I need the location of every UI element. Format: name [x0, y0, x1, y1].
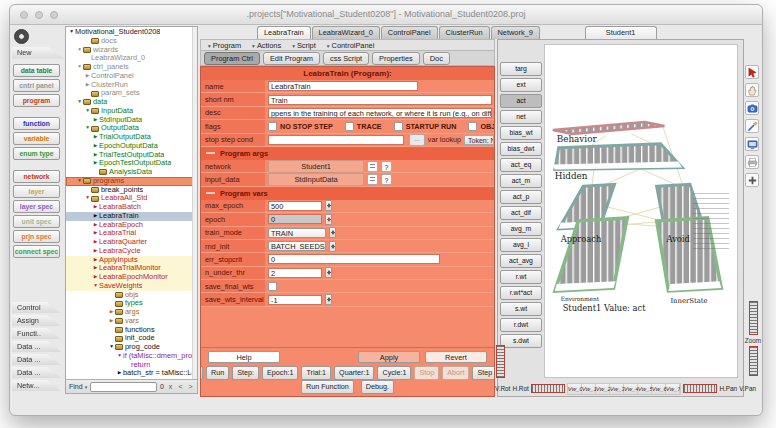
sub-tab[interactable]: Properties — [372, 52, 420, 65]
gear-icon[interactable] — [14, 29, 29, 44]
tree-item[interactable]: ▶ LeabraTrain — [66, 212, 197, 221]
tree-item[interactable]: ▶ LeabraTrialMonitor — [66, 264, 197, 273]
find-next-button[interactable]: > — [187, 383, 194, 390]
sub-tab[interactable]: Edit Program — [263, 52, 320, 65]
panel-tab[interactable]: LeabraWizard_0 — [312, 26, 380, 39]
tree-item[interactable]: LeabraWizard_0 — [66, 54, 197, 63]
menu-item[interactable]: Program — [208, 41, 241, 50]
expand-arrow-icon[interactable]: ▼ — [76, 177, 83, 186]
tree-item[interactable]: ▼ prog_code — [66, 343, 197, 352]
create-button[interactable]: layer spec — [13, 200, 60, 213]
edit-doc-icon[interactable] — [367, 161, 378, 172]
tree-item[interactable]: AnalysisData — [66, 168, 197, 177]
v-rot-wheel[interactable] — [496, 345, 505, 378]
create-button[interactable]: enum type — [13, 147, 60, 160]
variable-button[interactable]: ext — [500, 78, 542, 92]
expand-arrow-icon[interactable]: ▼ — [68, 28, 75, 37]
tree-scrollbar[interactable] — [192, 27, 197, 379]
camera-icon[interactable] — [745, 101, 759, 115]
run-control-button[interactable]: Run — [206, 366, 229, 380]
printer-icon[interactable] — [745, 155, 759, 169]
spinner-icon[interactable] — [329, 227, 336, 238]
spinner-icon[interactable] — [325, 200, 332, 211]
expand-arrow-icon[interactable]: ▶ — [84, 72, 91, 81]
saved-view-button[interactable]: Vw_1 — [582, 384, 596, 394]
tree-item[interactable]: ▶ ClusterRun — [66, 81, 197, 90]
variable-button[interactable]: s.dwt — [500, 334, 542, 348]
find-label[interactable]: Find — [69, 383, 87, 390]
program-vars-header[interactable]: Program vars — [201, 187, 494, 200]
menu-item[interactable]: Actions — [252, 41, 281, 50]
create-button[interactable]: network — [13, 170, 60, 183]
create-button[interactable]: data table — [13, 64, 60, 77]
variable-button[interactable]: act — [500, 94, 542, 108]
var-input[interactable]: 0 — [268, 254, 440, 264]
expand-arrow-icon[interactable]: ▶ — [92, 212, 99, 221]
create-button[interactable]: cntrl panel — [13, 79, 60, 92]
arg-value-button[interactable]: Student1 — [268, 160, 364, 173]
var-input[interactable]: 500 — [268, 201, 322, 211]
tree-item[interactable]: ▶ LeabraBatch — [66, 203, 197, 212]
expand-arrow-icon[interactable]: ▶ — [92, 264, 99, 273]
tree-item[interactable]: ▼ InputData — [66, 107, 197, 116]
run-control-button[interactable]: Init — [200, 366, 203, 380]
tree-item[interactable]: ▼ Motivational_Student0208 — [66, 28, 197, 37]
panel-tab[interactable]: LeabraTrain — [257, 26, 311, 39]
tree-item[interactable]: ▶ batch_str = taMisc::Leadi... — [66, 369, 197, 378]
variable-button[interactable]: bias_dwt — [500, 142, 542, 156]
saved-view-button[interactable]: Vw_3 — [610, 384, 624, 394]
help-question-button[interactable]: ? — [381, 161, 392, 172]
expand-arrow-icon[interactable]: ▶ — [92, 256, 99, 265]
var-checkbox[interactable] — [268, 282, 277, 291]
desc-input[interactable]: ppens in the training of each network, o… — [268, 108, 492, 118]
tree-item[interactable]: ▶ EpochTestOutputData — [66, 159, 197, 168]
tree-item[interactable]: ▶ StdInputData — [66, 116, 197, 125]
variable-button[interactable]: s.wt — [500, 302, 542, 316]
find-prev-button[interactable]: < — [177, 383, 184, 390]
create-button[interactable]: connect spec — [13, 245, 60, 258]
expand-arrow-icon[interactable]: ▼ — [116, 352, 123, 361]
run-control-button[interactable]: Stop — [414, 366, 439, 380]
tree-item[interactable]: ▶ vars — [66, 317, 197, 326]
tree-item[interactable]: init_code — [66, 334, 197, 343]
menu-item[interactable]: ControlPanel — [327, 41, 375, 50]
run-control-button[interactable]: Epoch:1 — [262, 366, 298, 380]
run-function-button[interactable]: Run Function — [301, 380, 354, 394]
add-icon[interactable] — [745, 173, 759, 187]
variable-button[interactable]: r.wt*act — [500, 286, 542, 300]
run-control-button[interactable]: Abort — [442, 366, 469, 380]
browse-button[interactable]: ... — [409, 134, 425, 146]
variable-button[interactable]: avg_l — [500, 238, 542, 252]
run-control-button[interactable]: Quarter:1 — [334, 366, 374, 380]
tree-item[interactable]: ▶ LeabraQuarter — [66, 238, 197, 247]
var-input[interactable]: TRAIN — [268, 228, 326, 238]
expand-arrow-icon[interactable]: ▶ — [92, 142, 99, 151]
run-control-button[interactable]: Step Css — [472, 366, 495, 380]
saved-view-button[interactable]: Vw_0 — [568, 384, 582, 394]
dock-tab[interactable]: Data ... — [12, 341, 61, 353]
debug-button[interactable]: Debug. — [361, 380, 394, 394]
tree-item[interactable]: ▶ ControlPanel — [66, 72, 197, 81]
tree-item[interactable]: types — [66, 299, 197, 308]
menu-item[interactable]: Script — [292, 41, 316, 50]
variable-button[interactable]: net — [500, 110, 542, 124]
var-input[interactable]: 2 — [268, 268, 322, 278]
tree-item[interactable]: ▼ data — [66, 98, 197, 107]
create-button[interactable]: program — [13, 94, 60, 107]
spinner-icon[interactable] — [325, 294, 332, 305]
var-input[interactable]: -1 — [268, 295, 322, 305]
dock-tab[interactable]: Functi.. — [12, 328, 61, 340]
sub-tab[interactable]: Doc — [423, 52, 450, 65]
name-input[interactable]: LeabraTrain — [268, 81, 418, 91]
saved-view-button[interactable]: Vw_7 — [666, 384, 680, 394]
tree-item[interactable]: return — [66, 361, 197, 370]
expand-arrow-icon[interactable]: ▶ — [92, 221, 99, 230]
variable-button[interactable]: act_eq — [500, 158, 542, 172]
expand-arrow-icon[interactable]: ▶ — [116, 369, 123, 378]
revert-button[interactable]: Revert — [425, 351, 487, 363]
spinner-icon[interactable] — [325, 214, 332, 225]
h-rot-wheel[interactable] — [531, 384, 565, 393]
dock-tab[interactable]: Data ... — [12, 354, 61, 366]
tree-item[interactable]: ▼ LeabraAll_Std — [66, 194, 197, 203]
saved-view-button[interactable]: Vw_4 — [624, 384, 638, 394]
